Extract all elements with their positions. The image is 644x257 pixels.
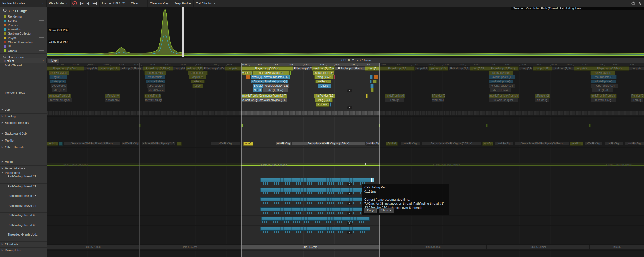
profiler-sample[interactable]: ForJobGroupID (1,63 xyxy=(263,84,289,88)
legend-item-garbagecollector[interactable]: GarbageCollector xyxy=(0,31,47,36)
collapse-group-arrow[interactable]: ▼ xyxy=(347,202,352,205)
call-stacks-dropdown[interactable]: Call Stacks ▼ xyxy=(194,0,218,7)
calculating-path-samples-bar[interactable] xyxy=(260,197,369,201)
track-background-job-label[interactable]: ▶Background Job xyxy=(0,131,47,138)
track-pathfinding-3-label[interactable]: Pathfinding thread #3 xyxy=(0,193,47,203)
profiler-sample[interactable]: layerLoop (1,47ms xyxy=(312,66,335,71)
cpu-usage-chart[interactable]: Selected: Calculating Path (Thread: Path… xyxy=(47,7,644,58)
clear-button[interactable]: Clear xyxy=(128,0,141,7)
profiler-sample[interactable] xyxy=(334,75,335,79)
profiler-sample[interactable]: WaitForSig xyxy=(276,142,291,146)
track-pathfinding-group-label[interactable]: ▼Pathfinding xyxy=(0,170,47,174)
foldout-closed-icon[interactable]: ▶ xyxy=(2,249,3,251)
profiler-sample[interactable]: s.Simulat xyxy=(251,80,263,84)
legend-item-vsync[interactable]: VSync xyxy=(0,36,47,40)
profiler-sample[interactable] xyxy=(290,71,291,75)
calculating-path-samples-bar[interactable] xyxy=(261,217,370,221)
drag-handle-icon[interactable] xyxy=(39,16,44,18)
tooltip-copy-button[interactable]: Copy xyxy=(364,208,377,213)
profiler-sample[interactable]: EditorLoop (1,99ms) xyxy=(335,66,365,71)
foldout-open-icon[interactable]: ▼ xyxy=(2,171,4,174)
legend-item-others[interactable]: Others xyxy=(0,48,47,53)
drag-handle-icon[interactable] xyxy=(39,50,44,52)
collapse-group-arrow[interactable]: ▼ xyxy=(347,192,352,195)
profiler-sample[interactable]: Loop (0, xyxy=(365,66,379,71)
profiler-sample[interactable] xyxy=(330,102,331,107)
profiler-sample[interactable] xyxy=(374,75,378,79)
foldout-closed-icon[interactable]: ▶ xyxy=(2,139,3,142)
foldout-closed-icon[interactable]: ▶ xyxy=(2,160,3,163)
track-threaded-graph-updater-label[interactable]: Threaded Graph Upd... xyxy=(0,232,47,242)
calculating-path-samples-bar[interactable] xyxy=(260,188,370,192)
profiler-sample[interactable]: Semaphore.WaitForSignal (4,76ms) xyxy=(292,142,365,146)
track-assetdatabase-label[interactable]: ▶AssetDatabase xyxy=(0,166,47,170)
track-profiler-label[interactable]: ▶Profiler xyxy=(0,138,47,144)
foldout-closed-icon[interactable]: ▶ xyxy=(2,146,3,148)
track-loading-label[interactable]: ▶Loading xyxy=(0,114,47,120)
profiler-sample[interactable]: nvoke() [ xyxy=(251,75,263,79)
profiler-sample[interactable] xyxy=(371,88,374,92)
profiler-sample[interactable]: e.WaitForSigna xyxy=(242,98,258,102)
legend-item-physics[interactable]: Physics xyxy=(0,23,47,27)
drag-handle-icon[interactable] xyxy=(39,46,44,48)
calculating-path-samples-bar[interactable] xyxy=(260,207,370,211)
track-pathfinding-1-label[interactable]: Pathfinding thread #1 xyxy=(0,174,47,184)
selected-sample[interactable] xyxy=(371,178,374,182)
record-button[interactable] xyxy=(72,1,78,6)
current-frame-button[interactable]: ▶▶▌ xyxy=(92,1,98,6)
track-pathfinding-2-label[interactable]: Pathfinding thread #2 xyxy=(0,184,47,193)
current-frame-indicator[interactable] xyxy=(182,7,184,57)
profiler-sample[interactable]: S.AIMove xyxy=(253,84,263,88)
foldout-closed-icon[interactable]: ▶ xyxy=(2,121,3,124)
deep-profile-toggle[interactable]: Deep Profile xyxy=(171,0,194,7)
profiler-sample[interactable]: riptRunBehaviourLat xyxy=(253,71,289,75)
drag-handle-icon[interactable] xyxy=(39,41,44,43)
track-other-threads-label[interactable]: ▶Other Threads xyxy=(0,144,47,159)
cpu-usage-module-header[interactable]: CPU CPU Usage xyxy=(0,7,47,14)
next-frame-button[interactable]: ▶▌ xyxy=(85,1,92,6)
collapse-group-arrow[interactable]: ▼ xyxy=(347,106,352,109)
profiler-sample[interactable]: paque xyxy=(318,84,331,88)
profiler-sample[interactable]: lobaC xyxy=(243,142,253,146)
play-mode-dropdown[interactable]: Play Mode ▼ xyxy=(47,0,71,7)
timeline-content[interactable]: -12ms-11ms-10ms-9ms-8ms-7ms-6ms-5ms-4ms-… xyxy=(47,63,644,257)
profiler-sample[interactable]: S.Follo xyxy=(253,88,262,92)
foldout-closed-icon[interactable]: ▶ xyxy=(2,132,3,135)
profiler-sample[interactable]: EditorLoop (1,22m xyxy=(293,66,312,71)
profiler-sample[interactable]: mandsFromMa xyxy=(242,94,258,98)
profiler-sample[interactable]: ehaviourUpdate (1,6 xyxy=(263,75,289,79)
foldout-closed-icon[interactable]: ▶ xyxy=(2,115,3,117)
track-pathfinding-4-label[interactable]: Pathfinding thread #4 xyxy=(0,203,47,213)
profiler-sample[interactable]: ira.Render (1,2 xyxy=(314,94,335,98)
legend-item-scripts[interactable]: Scripts xyxy=(0,19,47,23)
tooltip-show-button[interactable]: Show ▼ xyxy=(379,208,394,213)
drag-handle-icon[interactable] xyxy=(39,37,44,39)
track-scripting-threads-label[interactable]: ▶Scripting Threads xyxy=(0,120,47,131)
rendering-module-header[interactable]: Rendering xyxy=(0,53,47,58)
legend-item-global-illumination[interactable]: Global Illumination xyxy=(0,40,47,44)
live-button[interactable]: Live xyxy=(48,58,60,63)
collapse-group-arrow[interactable]: ▼ xyxy=(347,231,352,234)
track-bakingjobs-label[interactable]: ▶BakingJobs xyxy=(0,248,47,254)
legend-item-animation[interactable]: Animation xyxy=(0,27,47,31)
calculating-path-samples-bar[interactable] xyxy=(260,227,370,231)
profiler-sample[interactable]: WaitForSig xyxy=(366,142,379,146)
profiler-sample[interactable]: era.Render (1,34 xyxy=(313,71,334,75)
previous-frame-button[interactable]: ▌◀ xyxy=(78,1,85,6)
drag-handle-icon[interactable] xyxy=(39,20,44,22)
foldout-closed-icon[interactable]: ▶ xyxy=(2,108,3,111)
track-audio-label[interactable]: ▶Audio xyxy=(0,159,47,166)
collapse-group-arrow[interactable]: ▼ xyxy=(347,222,352,225)
profiler-sample[interactable]: ore.WaitForSignal (1,6 xyxy=(258,98,287,102)
clear-on-play-toggle[interactable]: Clear on Play xyxy=(147,0,171,7)
profiler-sample[interactable]: PlayerLoop (3,33ms) xyxy=(242,66,293,71)
profiler-sample[interactable] xyxy=(246,75,250,79)
collapse-group-arrow[interactable]: ▼ xyxy=(347,89,352,92)
drag-handle-icon[interactable] xyxy=(39,33,44,35)
profiler-sample[interactable]: ueGeom xyxy=(315,80,331,84)
collapse-group-arrow[interactable]: ▼ xyxy=(347,183,352,186)
load-profile-button[interactable] xyxy=(631,1,635,5)
drag-handle-icon[interactable] xyxy=(39,24,44,26)
profiler-sample[interactable] xyxy=(289,75,290,79)
profiler-sample[interactable] xyxy=(373,80,377,84)
